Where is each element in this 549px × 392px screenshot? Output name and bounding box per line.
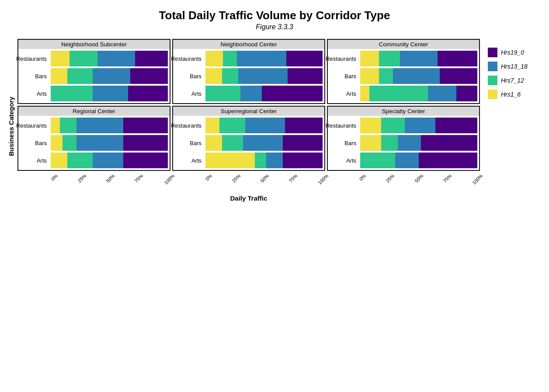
bar-segment [360,86,369,101]
y-label: Arts [191,90,202,97]
bar-segment [51,86,93,101]
y-label: Bars [190,140,202,146]
bar-segment [97,51,135,66]
y-label: Restaurants [16,56,47,62]
bar-segment [369,86,428,101]
x-tick: 75% [442,173,459,191]
x-tick: 50% [413,173,431,191]
bars-inner [358,116,479,170]
legend-color-Hrs19_0 [488,48,497,57]
bar-segment [130,68,168,84]
bar-row [51,135,168,151]
rows-wrap: RestaurantsBarsArts [173,49,324,103]
y-labels: RestaurantsBarsArts [18,116,49,170]
panels-section: Neighborhood SubcenterRestaurantsBarsArt… [17,39,480,202]
bars-inner [358,49,479,103]
bar-segment [205,135,222,151]
bar-segment [435,118,477,133]
legend-label-Hrs19_0: Hrs19_0 [501,49,524,56]
legend-item-Hrs13_18: Hrs13_18 [488,62,545,71]
panel-header: Neighborhood Center [173,40,324,49]
bar-row [51,51,168,66]
rows-wrap: RestaurantsBarsArts [18,49,170,103]
panel-superregional-center: Superregional CenterRestaurantsBarsArts [172,106,325,171]
bar-row [360,86,477,101]
bar-segment [400,51,438,66]
bar-segment [205,51,223,66]
panel-neighborhood-center: Neighborhood CenterRestaurantsBarsArts [172,39,325,104]
bar-segment [398,135,421,151]
y-label: Bars [344,140,356,146]
bar-segment [238,68,288,84]
y-label: Restaurants [326,56,356,62]
rows-wrap: RestaurantsBarsArts [173,116,324,170]
bar-row [51,118,168,133]
bar-row [360,135,477,151]
bar-segment [245,118,285,133]
bar-segment [205,86,240,101]
bar-row [205,118,323,133]
bar-segment [266,153,283,168]
bar-segment [285,118,323,133]
y-axis-title: Business Category [4,39,17,214]
y-labels: RestaurantsBarsArts [328,49,358,103]
legend-item-Hrs1_6: Hrs1_6 [488,90,545,99]
bar-row [205,68,323,84]
x-tick: 0% [204,173,220,189]
bar-segment [283,135,323,151]
y-label: Arts [346,157,356,164]
y-labels: RestaurantsBarsArts [173,116,204,170]
bar-row [205,86,323,101]
y-label: Bars [35,140,47,146]
bar-row [51,68,168,84]
y-label: Restaurants [171,56,202,62]
bar-segment [205,153,255,168]
bar-segment [76,118,123,133]
bar-row [51,153,168,168]
x-axes-section: 0%25%50%75%100%0%25%50%75%100%0%25%50%75… [17,172,480,188]
bar-segment [219,118,245,133]
y-labels: RestaurantsBarsArts [18,49,49,103]
x-tick: 100% [471,173,491,193]
bar-segment [255,153,267,168]
x-tick: 75% [288,173,305,191]
bar-segment [60,118,76,133]
bar-segment [205,118,219,133]
bar-segment [205,68,222,84]
x-tick: 50% [259,173,277,191]
x-tick: 25% [385,173,403,191]
y-label: Restaurants [16,122,47,129]
y-label: Arts [346,90,356,97]
bar-segment [76,135,123,151]
y-label: Bars [190,73,202,80]
panels-grid: Neighborhood SubcenterRestaurantsBarsArt… [17,39,480,171]
bar-segment [222,68,239,84]
legend-label-Hrs13_18: Hrs13_18 [501,63,528,70]
bar-segment [243,135,283,151]
y-label: Arts [37,157,47,164]
bar-segment [395,153,419,168]
y-labels: RestaurantsBarsArts [173,49,204,103]
bar-segment [51,118,60,133]
bar-segment [237,51,286,66]
y-label: Restaurants [326,122,356,129]
legend-color-Hrs7_12 [488,76,497,85]
panel-header: Neighborhood Subcenter [18,40,170,49]
bar-segment [69,51,97,66]
x-tick: 0% [50,173,66,189]
bars-inner [204,116,324,170]
bar-row [360,68,477,84]
x-tick: 25% [231,173,248,191]
row-2: Regional CenterRestaurantsBarsArtsSuperr… [17,106,480,171]
bar-segment [262,86,323,101]
bars-inner [204,49,324,103]
bar-segment [223,51,237,66]
bar-segment [456,86,477,101]
x-axis-panel: 0%25%50%75%100% [17,172,172,188]
bar-segment [360,68,379,84]
x-tick: 50% [105,173,123,191]
bar-segment [440,68,477,84]
rows-wrap: RestaurantsBarsArts [328,49,479,103]
bar-row [205,135,323,151]
row-1: Neighborhood SubcenterRestaurantsBarsArt… [17,39,480,104]
